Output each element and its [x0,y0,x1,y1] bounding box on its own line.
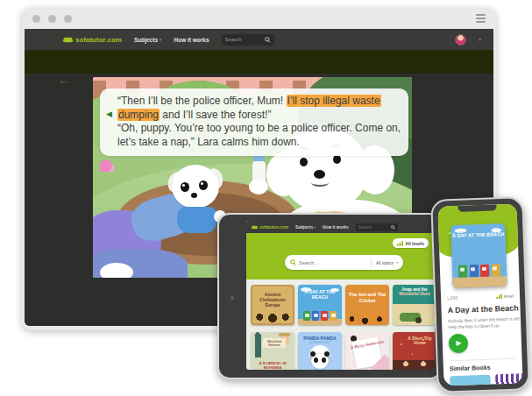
tablet-mockup: sofatutor.com Subjects ▾ How it works Al… [217,213,442,379]
audio-play-marker[interactable]: ◀ [106,110,112,118]
search-icon [290,259,296,265]
play-button[interactable]: ▶ [449,334,469,354]
cover-art [255,335,261,357]
book-cover-scandal-in-bohemia[interactable]: Sherlock Holmes A Scandal in Bohemia [251,332,294,370]
all-levels-button[interactable]: All levels [393,238,429,248]
cloud [301,287,311,292]
divider [450,358,516,362]
site-navbar: sofatutor.com Subjects ▾ How it works ▾ [25,29,493,50]
puppy-paw [100,263,133,278]
story-quote-2: “Oh, puppy. You’re too young to be a pol… [117,122,401,149]
flower [100,159,112,172]
book-description: Nobody likes it when the beach is dirty.… [448,315,520,330]
cloud [330,288,339,292]
similar-book-bobs[interactable]: Bob's [450,375,491,386]
window-control-dot[interactable] [64,15,72,23]
all-topics-dropdown[interactable]: All topics ▾ [371,258,398,267]
book-cover-anap-wonderful-oven[interactable]: Anap and the Wonderful Oven [393,285,435,325]
sofatutor-logo[interactable]: sofatutor.com [252,224,288,230]
page-header-band [25,50,493,74]
phone-screen: ← A DAY AT THE BEACH L390 level A Day at… [437,203,522,385]
level-code: L390 [447,295,458,301]
search-icon [265,37,271,43]
nav-how-it-works[interactable]: How it works [323,225,349,230]
puppy-shirt [177,207,217,233]
phone-book-cover[interactable]: A DAY AT THE BEACH [450,223,507,288]
couch-icon [252,225,258,230]
book-cover-panda-panda[interactable]: PANDA PANDA A RAINY DAY [298,332,342,370]
phone-mockup: ← A DAY AT THE BEACH L390 level A Day at… [430,196,530,393]
back-arrow[interactable]: ← [58,74,71,86]
search-input[interactable] [225,37,265,42]
search-icon [391,225,395,230]
logo-text: sofatutor.com [75,36,122,44]
level-chart-icon [496,293,502,299]
tablet-camera [231,296,234,300]
book-cover-ant-and-cricket[interactable]: The Ant and The Cricket [345,285,389,325]
book-title: A Day at the Beach [447,303,519,315]
nav-subjects[interactable]: Subjects ▾ [134,37,162,43]
chevron-down-icon: ▾ [160,37,162,42]
nav-subjects[interactable]: Subjects ▾ [295,225,316,230]
book-cover-a-short-trip-home[interactable]: A Short Trip Home [393,332,435,370]
tablet-search-bar[interactable]: All topics ▾ [285,255,403,270]
browser-menu-icon[interactable] [476,14,486,23]
tablet-screen: sofatutor.com Subjects ▾ How it works Al… [246,221,435,370]
cover-art [393,360,435,370]
trash-bins [452,264,507,278]
tablet-navbar: sofatutor.com Subjects ▾ How it works [246,221,435,233]
similar-book-striped[interactable] [495,373,522,385]
similar-books-heading: Similar Books [450,364,491,372]
tablet-hero: All levels All topics ▾ [246,233,435,279]
book-cover-a-busy-semester[interactable]: A Busy Semester [345,332,389,370]
chevron-down-icon: ▾ [396,260,398,265]
cover-art [415,317,422,323]
search-input[interactable] [358,225,391,230]
story-quote-1: “Then I’ll be the police officer, Mum! I… [117,95,401,122]
avatar-chevron-icon[interactable]: ▾ [479,37,481,42]
mother-paw [249,179,268,194]
screenshot-canvas: sofatutor.com Subjects ▾ How it works ▾ … [0,0,532,396]
cover-art [252,312,293,323]
tablet-search-input[interactable] [299,260,368,265]
book-grid: Ancient Civilisations Europe A DAY AT TH… [246,279,435,370]
panda [311,353,329,369]
trash-bins [298,311,342,321]
level-chart-icon [397,241,403,246]
book-meta: L390 level [447,293,514,301]
similar-books-row: Bob's [450,373,522,385]
story-text-box: ◀ “Then I’ll be the police officer, Mum!… [100,88,408,156]
book-cover-ancient-civilisations[interactable]: Ancient Civilisations Europe [251,285,294,325]
nav-search[interactable] [222,34,274,46]
book-cover-a-day-at-the-beach[interactable]: A DAY AT THE BEACH [298,285,342,325]
couch-icon [63,37,73,43]
play-icon: ▶ [456,340,461,347]
chevron-down-icon: ▾ [314,225,316,230]
user-avatar[interactable] [455,34,466,46]
cover-art [345,315,389,325]
phone-back-arrow[interactable]: ← [446,225,457,237]
cover-art [452,276,507,288]
cover-art: Anap and the Wonderful Oven [393,285,435,304]
window-controls [32,15,72,23]
browser-titlebar [22,8,496,29]
window-control-dot[interactable] [32,15,40,23]
level-indicator: level [496,293,514,300]
window-control-dot[interactable] [48,15,56,23]
sofatutor-logo[interactable]: sofatutor.com [63,36,122,44]
nav-how-it-works[interactable]: How it works [174,37,209,43]
nav-search[interactable] [356,223,398,231]
